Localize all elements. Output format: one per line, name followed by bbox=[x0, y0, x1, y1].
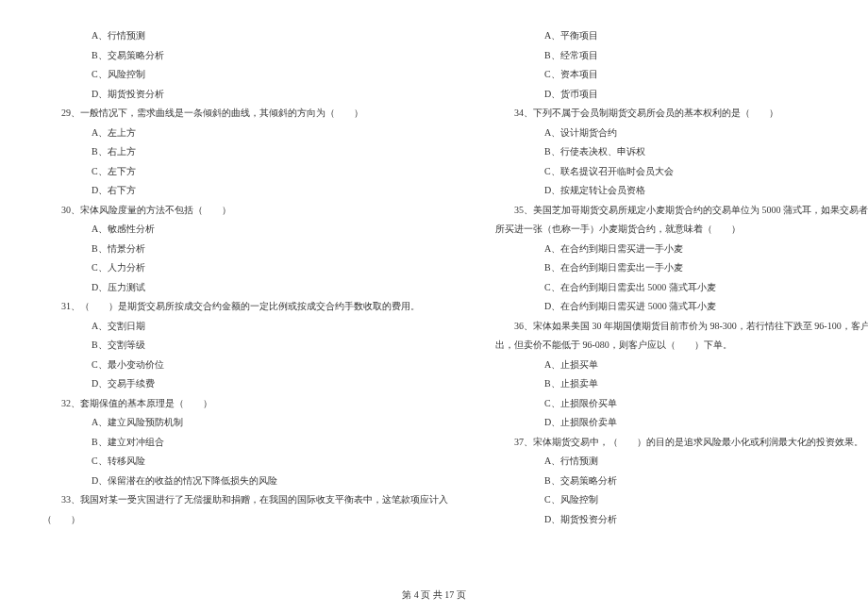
q33-option-c: C、资本项目 bbox=[495, 65, 868, 85]
q31-option-a: A、交割日期 bbox=[42, 317, 448, 337]
q32-option-c: C、转移风险 bbox=[42, 452, 448, 472]
q29-option-b: B、右上方 bbox=[42, 142, 448, 162]
q37-text: 37、宋体期货交易中，（ ）的目的是追求风险最小化或利润最大化的投资效果。 bbox=[495, 433, 868, 453]
page-footer: 第 4 页 共 17 页 bbox=[0, 588, 868, 602]
q31-option-c: C、最小变动价位 bbox=[42, 356, 448, 375]
q30-text: 30、宋体风险度量的方法不包括（ ） bbox=[42, 201, 448, 221]
q35-option-b: B、在合约到期日需卖出一手小麦 bbox=[495, 258, 868, 278]
q28-option-b: B、交易策略分析 bbox=[42, 46, 448, 66]
q36-option-b: B、止损卖单 bbox=[495, 374, 868, 394]
q28-option-d: D、期货投资分析 bbox=[42, 85, 448, 105]
q29-option-a: A、左上方 bbox=[42, 124, 448, 143]
q31-option-d: D、交易手续费 bbox=[42, 374, 448, 394]
q37-option-b: B、交易策略分析 bbox=[495, 472, 868, 491]
q35-option-d: D、在合约到期日需买进 5000 蒲式耳小麦 bbox=[495, 297, 868, 317]
q36-option-d: D、止损限价卖单 bbox=[495, 413, 868, 433]
q30-option-c: C、人力分析 bbox=[42, 258, 448, 278]
q36-option-c: C、止损限价买单 bbox=[495, 394, 868, 414]
q33-blank: （ ） bbox=[42, 510, 448, 530]
left-column: A、行情预测 B、交易策略分析 C、风险控制 D、期货投资分析 29、一般情况下… bbox=[42, 26, 448, 573]
q37-option-d: D、期货投资分析 bbox=[495, 510, 868, 530]
q33-option-a: A、平衡项目 bbox=[495, 26, 868, 46]
q36-text: 36、宋体如果美国 30 年期国债期货目前市价为 98-300，若行情往下跌至 … bbox=[495, 317, 868, 337]
right-column: A、平衡项目 B、经常项目 C、资本项目 D、货币项目 34、下列不属于会员制期… bbox=[495, 26, 868, 573]
q32-option-a: A、建立风险预防机制 bbox=[42, 413, 448, 433]
q29-option-d: D、右下方 bbox=[42, 181, 448, 201]
q31-option-b: B、交割等级 bbox=[42, 336, 448, 356]
q30-option-a: A、敏感性分析 bbox=[42, 220, 448, 240]
q36-option-a: A、止损买单 bbox=[495, 356, 868, 375]
q32-option-d: D、保留潜在的收益的情况下降低损失的风险 bbox=[42, 472, 448, 491]
q35-option-c: C、在合约到期日需卖出 5000 蒲式耳小麦 bbox=[495, 278, 868, 298]
q34-option-c: C、联名提议召开临时会员大会 bbox=[495, 162, 868, 182]
q37-option-c: C、风险控制 bbox=[495, 490, 868, 510]
q33-text: 33、我国对某一受灾国进行了无偿援助和捐赠，在我国的国际收支平衡表中，这笔款项应… bbox=[42, 490, 448, 510]
q35-text: 35、美国芝加哥期货交易所规定小麦期货合约的交易单位为 5000 蒲式耳，如果交… bbox=[495, 201, 868, 221]
q34-option-b: B、行使表决权、申诉权 bbox=[495, 142, 868, 162]
q33-option-d: D、货币项目 bbox=[495, 85, 868, 105]
q28-option-c: C、风险控制 bbox=[42, 65, 448, 85]
q34-option-a: A、设计期货合约 bbox=[495, 124, 868, 143]
q30-option-d: D、压力测试 bbox=[42, 278, 448, 298]
q36-text2: 出，但卖价不能低于 96-080，则客户应以（ ）下单。 bbox=[495, 336, 868, 356]
q34-option-d: D、按规定转让会员资格 bbox=[495, 181, 868, 201]
q32-option-b: B、建立对冲组合 bbox=[42, 433, 448, 453]
q29-text: 29、一般情况下，需求曲线是一条倾斜的曲线，其倾斜的方向为（ ） bbox=[42, 104, 448, 124]
q30-option-b: B、情景分析 bbox=[42, 240, 448, 259]
q32-text: 32、套期保值的基本原理是（ ） bbox=[42, 394, 448, 414]
q33-option-b: B、经常项目 bbox=[495, 46, 868, 66]
q35-option-a: A、在合约到期日需买进一手小麦 bbox=[495, 240, 868, 259]
q28-option-a: A、行情预测 bbox=[42, 26, 448, 46]
q34-text: 34、下列不属于会员制期货交易所会员的基本权利的是（ ） bbox=[495, 104, 868, 124]
q31-text: 31、（ ）是期货交易所按成交合约金额的一定比例或按成交合约手数收取的费用。 bbox=[42, 297, 448, 317]
q29-option-c: C、左下方 bbox=[42, 162, 448, 182]
q35-text2: 所买进一张（也称一手）小麦期货合约，就意味着（ ） bbox=[495, 220, 868, 240]
q37-option-a: A、行情预测 bbox=[495, 452, 868, 472]
